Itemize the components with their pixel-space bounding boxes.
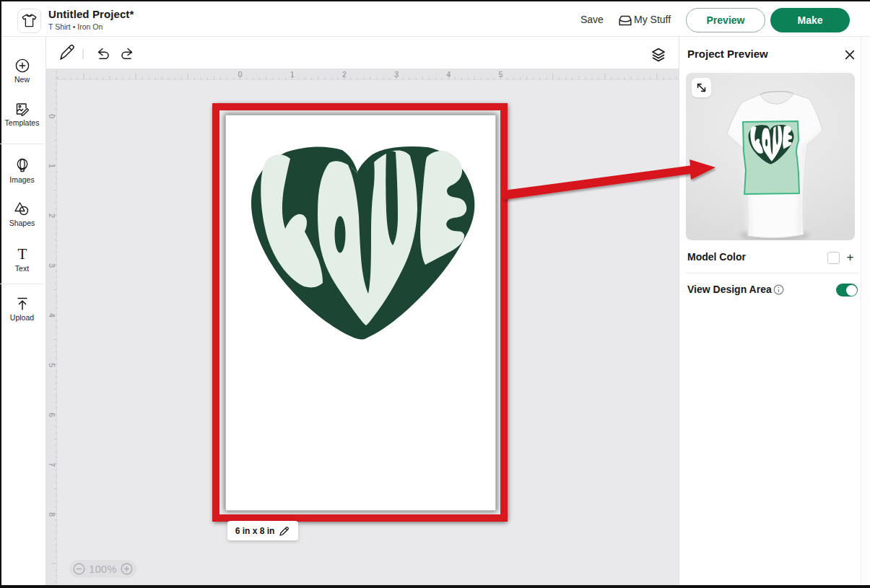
svg-text:4: 4 [48, 313, 56, 317]
svg-text:0: 0 [48, 114, 56, 118]
svg-text:3: 3 [48, 263, 56, 268]
svg-text:0: 0 [238, 70, 242, 79]
svg-text:T: T [17, 246, 27, 263]
svg-text:2: 2 [48, 214, 56, 218]
svg-text:4: 4 [446, 70, 451, 79]
svg-text:1: 1 [290, 70, 295, 79]
svg-text:8: 8 [48, 512, 56, 517]
svg-text:5: 5 [498, 70, 503, 79]
svg-text:6: 6 [48, 413, 56, 417]
svg-text:2: 2 [342, 70, 347, 79]
svg-text:7: 7 [48, 462, 56, 467]
svg-text:1: 1 [48, 164, 56, 168]
svg-text:3: 3 [394, 70, 399, 79]
svg-text:5: 5 [48, 363, 56, 367]
